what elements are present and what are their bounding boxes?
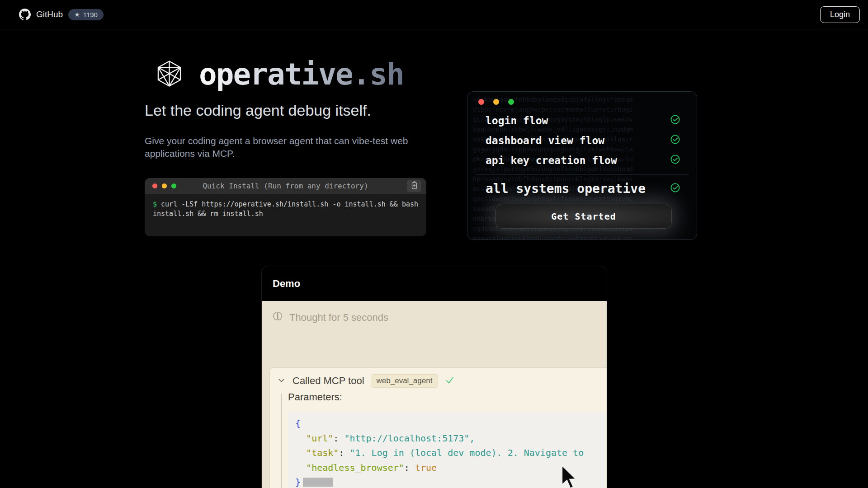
check-circle-icon	[670, 183, 680, 195]
login-button[interactable]: Login	[820, 6, 860, 23]
demo-header: Demo	[262, 266, 607, 301]
indent-guide-line	[281, 394, 282, 488]
check-circle-icon	[670, 114, 680, 127]
quick-install-titlebar: Quick Install (Run from any directory)	[145, 178, 426, 194]
parameters-code-block: { "url": "http://localhost:5173", "task"…	[288, 412, 605, 488]
thought-row[interactable]: Thought for 5 seconds	[262, 301, 607, 325]
summary-row: all systems operative	[486, 181, 680, 196]
github-link[interactable]: GitHub ★ 1190	[19, 9, 104, 20]
window-traffic-lights	[145, 183, 176, 188]
install-command-text: curl -LSf https://operative.sh/install.s…	[153, 200, 418, 218]
code-value-headless: true	[415, 462, 437, 473]
thought-label: Thought for 5 seconds	[289, 312, 388, 324]
page: GitHub ★ 1190 Login operative.sh Let the…	[0, 0, 868, 488]
copy-command-button[interactable]	[407, 180, 421, 192]
close-light-icon	[478, 99, 484, 105]
github-stars-badge[interactable]: ★ 1190	[68, 9, 104, 20]
code-value-task: "1. Log in (local dev mode). 2. Navigate…	[349, 447, 584, 458]
code-indent	[295, 433, 306, 444]
zoom-light-icon	[508, 99, 514, 105]
star-icon: ★	[74, 11, 80, 18]
code-close-brace: }	[295, 477, 301, 488]
minimize-light-icon	[162, 183, 167, 188]
code-colon: :	[333, 433, 344, 444]
github-icon	[19, 9, 31, 20]
mouse-cursor-icon	[560, 465, 577, 488]
quick-install-window: Quick Install (Run from any directory) $…	[145, 178, 426, 236]
github-label: GitHub	[36, 9, 63, 19]
flow-label: api key creation flow	[486, 155, 617, 166]
brand-row: operative.sh	[156, 57, 404, 92]
tool-call-row[interactable]: Called MCP tool web_eval_agent	[270, 368, 607, 388]
top-nav: GitHub ★ 1190 Login	[0, 0, 868, 29]
install-command: $ curl -LSf https://operative.sh/install…	[145, 194, 418, 219]
flow-label: login flow	[486, 115, 548, 127]
check-circle-icon	[670, 154, 680, 166]
get-started-button[interactable]: Get Started	[495, 204, 672, 229]
selection-bar	[303, 478, 333, 487]
demo-card: Demo Thought for 5 seconds Called MCP t	[261, 266, 607, 488]
tool-call-panel: Called MCP tool web_eval_agent Parameter…	[269, 367, 607, 488]
brain-icon	[272, 310, 283, 325]
parameters-label: Parameters:	[288, 391, 342, 403]
chevron-down-icon[interactable]	[277, 375, 286, 387]
summary-label: all systems operative	[486, 181, 646, 196]
shell-prompt: $	[153, 200, 161, 208]
code-key-headless: "headless_browser"	[306, 462, 404, 473]
demo-title: Demo	[273, 278, 300, 290]
card-traffic-lights	[478, 99, 514, 105]
tool-call-label: Called MCP tool	[292, 375, 364, 387]
code-open-brace: {	[295, 418, 301, 429]
zoom-light-icon	[171, 183, 176, 188]
tool-name-badge: web_eval_agent	[371, 374, 439, 388]
clipboard-copy-icon	[410, 181, 418, 191]
close-light-icon	[152, 183, 157, 188]
demo-screenshot-area: Thought for 5 seconds Called MCP tool we…	[262, 301, 607, 488]
code-indent	[295, 447, 306, 458]
tagline: Let the coding agent debug itself.	[145, 102, 371, 119]
code-colon: :	[404, 462, 415, 473]
page-title: operative.sh	[199, 57, 404, 92]
code-value-url: "http://localhost:5173",	[344, 433, 475, 444]
status-card: koskbwladorfnbbdbytoegsdzubjafylknyvfzks…	[467, 91, 697, 240]
check-circle-icon	[670, 134, 680, 146]
hero-description: Give your coding agent a browser agent t…	[145, 135, 411, 160]
code-colon: :	[339, 447, 349, 458]
flow-label: dashboard view flow	[486, 135, 604, 146]
divider	[476, 174, 689, 175]
quick-install-title: Quick Install (Run from any directory)	[145, 182, 426, 190]
code-key-task: "task"	[306, 447, 339, 458]
cube-logo-icon	[156, 60, 183, 89]
star-count: 1190	[83, 11, 98, 19]
flow-row-api-key: api key creation flow	[486, 154, 680, 166]
flow-row-login: login flow	[486, 114, 680, 127]
flow-row-dashboard: dashboard view flow	[486, 134, 680, 146]
code-key-url: "url"	[306, 433, 333, 444]
check-icon	[444, 375, 455, 387]
code-indent	[295, 462, 306, 473]
minimize-light-icon	[493, 99, 499, 105]
